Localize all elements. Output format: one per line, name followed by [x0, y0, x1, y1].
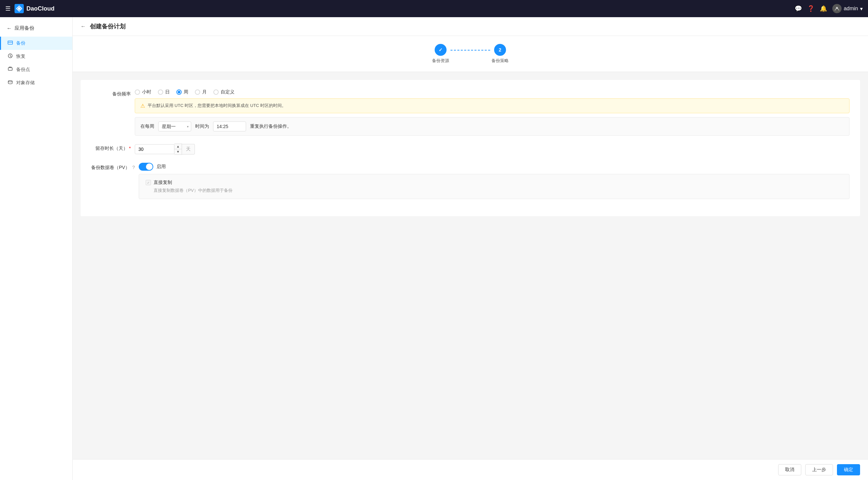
svg-point-1 [18, 7, 21, 10]
svg-point-6 [8, 81, 12, 82]
back-arrow-icon: ← [7, 25, 12, 31]
pv-toggle-label: 启用 [157, 164, 166, 170]
cancel-button[interactable]: 取消 [778, 464, 801, 475]
sidebar-item-restore[interactable]: 恢复 [0, 50, 72, 63]
sidebar-item-object-storage-label: 对象存储 [16, 80, 35, 86]
snapshot-icon [8, 66, 13, 73]
freq-custom-radio[interactable] [213, 90, 219, 95]
backup-icon [8, 40, 13, 46]
page-footer: 取消 上一步 确定 [73, 459, 868, 480]
frequency-row: 备份频率 小时 日 [91, 89, 849, 136]
direct-copy-label: 直接复制 [154, 180, 172, 186]
prev-button[interactable]: 上一步 [805, 464, 833, 475]
weekday-select[interactable]: 星期一 星期二 星期三 星期四 星期五 星期六 星期日 [158, 122, 191, 131]
hamburger-menu[interactable]: ☰ [5, 5, 10, 12]
page-title: 创建备份计划 [90, 23, 125, 30]
pv-row: 备份数据卷（PV） ? 启用 ✓ 直 [91, 163, 849, 199]
freq-hour-radio[interactable] [135, 90, 140, 95]
warning-text: 平台默认采用 UTC 时区，您需要把本地时间换算成在 UTC 时区的时间。 [148, 103, 286, 108]
restore-icon [8, 53, 13, 60]
pv-toggle-wrapper: 启用 [139, 163, 849, 171]
steps-container: ✓ 备份资源 2 备份策略 [73, 36, 868, 72]
pv-label-text: 备份数据卷（PV） [91, 165, 130, 170]
sidebar-back-label: 应用备份 [14, 25, 34, 31]
freq-custom[interactable]: 自定义 [213, 89, 235, 95]
utc-warning: ⚠ 平台默认采用 UTC 时区，您需要把本地时间换算成在 UTC 时区的时间。 [135, 98, 849, 113]
freq-custom-label: 自定义 [221, 89, 235, 95]
retention-spinners: ▲ ▼ [175, 143, 182, 155]
retention-input-wrapper: ▲ ▼ 天 [135, 143, 849, 155]
sidebar-item-restore-label: 恢复 [16, 54, 25, 59]
brand-name: DaoCloud [26, 5, 55, 12]
freq-week-radio[interactable] [176, 90, 182, 95]
sidebar-item-backup-label: 备份 [16, 40, 25, 46]
sidebar-item-snapshot[interactable]: 备份点 [0, 63, 72, 76]
retention-input[interactable] [135, 144, 175, 154]
warning-icon: ⚠ [141, 103, 145, 109]
pv-options-card: ✓ 直接复制 直接复制数据卷（PV）中的数据用于备份 [139, 174, 849, 199]
confirm-button[interactable]: 确定 [837, 464, 860, 475]
sidebar: ← 应用备份 备份 恢复 [0, 17, 73, 480]
repeat-text: 重复执行备份操作。 [250, 124, 292, 129]
retention-row: 留存时长（天） ▲ ▼ 天 [91, 143, 849, 155]
freq-week-label: 周 [184, 89, 188, 95]
step-1: ✓ 备份资源 [432, 44, 449, 64]
schedule-fields: 在每周 星期一 星期二 星期三 星期四 星期五 星期六 星期日 [135, 117, 849, 136]
frequency-radio-group: 小时 日 周 月 [135, 89, 849, 95]
freq-day-label: 日 [165, 89, 170, 95]
frequency-content: 小时 日 周 月 [135, 89, 849, 136]
freq-month[interactable]: 月 [195, 89, 207, 95]
step-2: 2 备份策略 [492, 44, 509, 64]
direct-copy-row: ✓ 直接复制 [146, 180, 843, 186]
avatar [832, 4, 842, 13]
user-menu[interactable]: admin ▾ [832, 4, 863, 13]
svg-rect-5 [8, 68, 12, 70]
sidebar-item-snapshot-label: 备份点 [16, 67, 30, 73]
direct-copy-checkbox[interactable]: ✓ [146, 180, 151, 185]
form-card: 备份频率 小时 日 [81, 80, 860, 216]
step-2-circle: 2 [494, 44, 506, 56]
freq-day[interactable]: 日 [158, 89, 170, 95]
brand-logo: DaoCloud [14, 4, 55, 13]
retention-content: ▲ ▼ 天 [135, 143, 849, 155]
freq-hour[interactable]: 小时 [135, 89, 151, 95]
message-icon[interactable]: 💬 [795, 5, 802, 12]
sidebar-item-object-storage[interactable]: 对象存储 [0, 76, 72, 90]
retention-label: 留存时长（天） [91, 143, 131, 152]
chevron-down-icon: ▾ [860, 6, 863, 12]
weekday-select-wrapper: 星期一 星期二 星期三 星期四 星期五 星期六 星期日 ▾ [158, 122, 191, 131]
pv-content: 启用 ✓ 直接复制 直接复制数据卷（PV）中的数据用于备份 [139, 163, 849, 199]
step-1-circle: ✓ [435, 44, 446, 56]
time-input[interactable] [213, 122, 246, 131]
freq-week[interactable]: 周 [176, 89, 188, 95]
time-prefix: 时间为 [195, 124, 209, 129]
freq-month-radio[interactable] [195, 90, 200, 95]
object-storage-icon [8, 79, 13, 86]
direct-copy-desc: 直接复制数据卷（PV）中的数据用于备份 [154, 188, 843, 193]
retention-increment[interactable]: ▲ [175, 144, 182, 149]
top-navigation: ☰ DaoCloud 💬 ❓ 🔔 admin ▾ [0, 0, 868, 17]
sidebar-item-backup[interactable]: 备份 [0, 37, 72, 50]
toggle-knob [146, 163, 153, 170]
step-1-label: 备份资源 [432, 58, 449, 64]
freq-day-radio[interactable] [158, 90, 163, 95]
weekly-prefix: 在每周 [141, 124, 154, 129]
frequency-label: 备份频率 [91, 89, 131, 97]
page-header: ← 创建备份计划 [73, 17, 868, 36]
help-icon[interactable]: ❓ [807, 5, 814, 12]
step-2-label: 备份策略 [492, 58, 509, 64]
freq-hour-label: 小时 [142, 89, 151, 95]
form-area: 备份频率 小时 日 [73, 72, 868, 459]
retention-decrement[interactable]: ▼ [175, 149, 182, 155]
freq-month-label: 月 [202, 89, 207, 95]
username: admin [843, 6, 858, 11]
page-back-button[interactable]: ← [81, 24, 86, 29]
sidebar-back-button[interactable]: ← 应用备份 [0, 23, 72, 37]
step-connector [451, 50, 490, 51]
retention-unit: 天 [182, 144, 195, 155]
svg-rect-3 [8, 41, 12, 44]
notification-icon[interactable]: 🔔 [820, 5, 827, 12]
pv-label: 备份数据卷（PV） ? [91, 163, 135, 171]
pv-help-icon[interactable]: ? [132, 165, 135, 170]
pv-toggle[interactable] [139, 163, 153, 171]
